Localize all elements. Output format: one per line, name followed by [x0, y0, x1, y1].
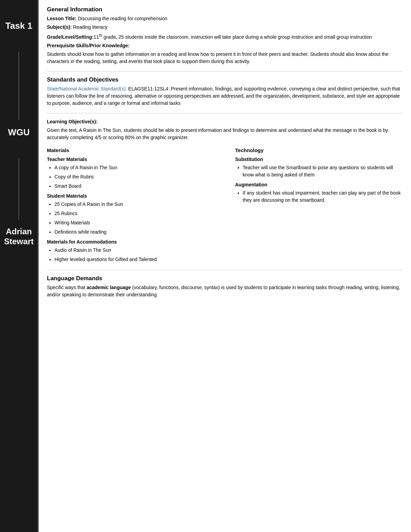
grade-superscript: th — [99, 33, 102, 37]
sidebar: Task 1 WGU Adrian Stewart — [0, 0, 38, 532]
general-info-section: General Information Lesson Title: Discus… — [47, 6, 403, 65]
standard-line: State/National Academic Standard(s): ELA… — [47, 85, 403, 107]
standards-title: Standards and Objectives — [47, 76, 403, 83]
learning-objective-text: Given the text, A Raisin in The Sun, stu… — [47, 127, 403, 141]
augmentation-title: Augmentation — [235, 182, 403, 187]
list-item: 25 Copies of A Raisin in the Sun — [54, 201, 215, 208]
sidebar-name-line1: Adrian — [6, 227, 32, 236]
grade-line: Grade/Level/Setting:11th grade, 25 stude… — [47, 32, 403, 41]
grade-label: Grade/Level/Setting: — [47, 34, 94, 40]
subjects-label: Subject(s): — [47, 24, 72, 30]
sidebar-name: Adrian Stewart — [4, 227, 34, 247]
technology-column: Technology Substitution Teacher will use… — [235, 147, 403, 265]
list-item: Writing Materials — [54, 219, 215, 226]
learning-objective-label: Learning Objective(s): — [47, 119, 98, 124]
student-materials-list: 25 Copies of A Raisin in the Sun 25 Rubr… — [54, 201, 215, 236]
language-demands-section: Language Demands Specific ways that acad… — [47, 275, 403, 298]
sidebar-divider-1 — [18, 52, 19, 120]
prereq-label: Prerequisite Skills/Prior Knowledge: — [47, 43, 129, 48]
standard-link[interactable]: State/National Academic Standard(s): — [47, 86, 127, 91]
student-materials-title: Student Materials — [47, 193, 215, 199]
materials-title: Materials — [47, 147, 215, 153]
page-wrapper: Task 1 WGU Adrian Stewart General Inform… — [0, 0, 411, 532]
divider-3 — [47, 270, 403, 270]
teacher-materials-list: A copy of A Raisin in The Sun Copy of th… — [54, 164, 215, 190]
list-item: Audio of Raisin in The Sun — [54, 247, 215, 254]
sidebar-wgu-label: WGU — [8, 127, 30, 138]
list-item: 25 Rubrics — [54, 210, 215, 217]
divider-2 — [47, 113, 403, 113]
list-item: Copy of the Rubric — [54, 173, 215, 181]
list-item: Smart Board — [54, 183, 215, 190]
list-item: Higher leveled questions for Gifted and … — [54, 256, 215, 263]
language-demands-text: Specific ways that academic language (vo… — [47, 284, 403, 298]
materials-column: Materials Teacher Materials A copy of A … — [47, 147, 215, 265]
language-demands-title: Language Demands — [47, 275, 403, 282]
standards-section: Standards and Objectives State/National … — [47, 76, 403, 107]
technology-title: Technology — [235, 147, 403, 153]
sidebar-divider-2 — [18, 158, 19, 220]
substitution-list: Teacher will use the Smartboard to pose … — [243, 164, 403, 178]
learning-objective-section: Learning Objective(s): Given the text, A… — [47, 118, 403, 141]
grade-number: 11 — [94, 34, 99, 40]
list-item: Teacher will use the Smartboard to pose … — [243, 164, 403, 178]
prereq-text: Students should know how to gather infor… — [47, 51, 403, 65]
lesson-title-label: Lesson Title: — [47, 16, 76, 21]
teacher-materials-title: Teacher Materials — [47, 157, 215, 162]
list-item: If any student has visual impairment, te… — [243, 189, 403, 204]
accommodations-list: Audio of Raisin in The Sun Higher levele… — [54, 247, 215, 263]
sidebar-name-line2: Stewart — [4, 237, 34, 246]
accommodations-title: Materials for Accommodations — [47, 239, 215, 245]
lesson-title-value: Discussing the reading for comprehension — [78, 16, 167, 21]
learning-objective-label-line: Learning Objective(s): — [47, 118, 403, 125]
main-content: General Information Lesson Title: Discus… — [38, 0, 411, 532]
language-demands-bold: academic language — [87, 285, 131, 290]
list-item: A copy of A Raisin in The Sun — [54, 164, 215, 171]
general-info-title: General Information — [47, 6, 403, 13]
prereq-label-line: Prerequisite Skills/Prior Knowledge: — [47, 42, 403, 49]
subjects-line: Subject(s): Reading literacy — [47, 24, 403, 31]
substitution-title: Substitution — [235, 157, 403, 162]
subjects-value: Reading literacy — [73, 24, 107, 30]
language-demands-prefix: Specific ways that — [47, 285, 87, 290]
divider-1 — [47, 71, 403, 72]
lesson-title-line: Lesson Title: Discussing the reading for… — [47, 15, 403, 22]
augmentation-list: If any student has visual impairment, te… — [243, 189, 403, 204]
materials-technology-row: Materials Teacher Materials A copy of A … — [47, 147, 403, 265]
grade-text: grade, 25 students inside the classroom,… — [102, 34, 372, 40]
list-item: Definitions while reading — [54, 228, 215, 236]
sidebar-task-label: Task 1 — [5, 21, 32, 31]
